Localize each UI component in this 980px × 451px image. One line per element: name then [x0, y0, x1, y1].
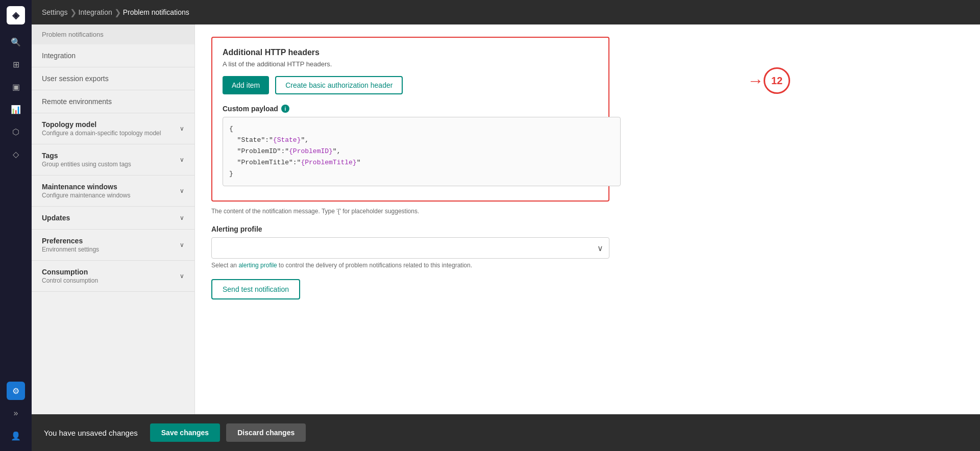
sidebar-group-tags-title: Tags	[42, 152, 131, 160]
create-auth-button[interactable]: Create basic authorization header	[275, 76, 403, 94]
breadcrumb: Settings ❯ Integration ❯ Problem notific…	[42, 8, 189, 17]
sidebar-group-tags-sub: Group entities using custom tags	[42, 161, 131, 168]
sidebar-top-item: Problem notifications	[32, 24, 194, 44]
alerting-profile-label: Alerting profile	[211, 225, 609, 233]
http-headers-card: Additional HTTP headers A list of the ad…	[211, 37, 609, 202]
sidebar-section-topology: Topology model Configure a domain-specif…	[32, 113, 194, 144]
content-row: Problem notifications Integration User s…	[32, 24, 980, 451]
sidebar-section-preferences: Preferences Environment settings ∨	[32, 230, 194, 261]
breadcrumb-settings[interactable]: Settings	[42, 8, 68, 16]
grid-icon[interactable]: ⊞	[7, 55, 25, 73]
topbar: Settings ❯ Integration ❯ Problem notific…	[32, 0, 980, 24]
add-item-button[interactable]: Add item	[223, 76, 269, 94]
annotation-number-circle: 12	[764, 67, 790, 94]
annotation-group: → 12	[747, 67, 790, 94]
user-avatar-icon[interactable]: 👤	[7, 427, 25, 445]
chevron-down-icon-consumption: ∨	[180, 272, 184, 280]
sidebar-section-consumption: Consumption Control consumption ∨	[32, 261, 194, 292]
http-card-desc: A list of the additional HTTP headers.	[223, 60, 598, 68]
sidebar: Problem notifications Integration User s…	[32, 24, 195, 451]
sidebar-item-integration[interactable]: Integration	[32, 44, 194, 67]
sidebar-group-maintenance-header[interactable]: Maintenance windows Configure maintenanc…	[32, 176, 194, 206]
alerting-profile-select[interactable]	[211, 237, 609, 259]
sidebar-group-consumption-sub: Control consumption	[42, 277, 98, 284]
sidebar-group-preferences-header[interactable]: Preferences Environment settings ∨	[32, 230, 194, 260]
app-logo[interactable]: ◈	[7, 6, 25, 24]
chevron-down-icon-tags: ∨	[180, 156, 184, 163]
sidebar-item-user-session-exports[interactable]: User session exports	[32, 67, 194, 90]
sidebar-section-maintenance: Maintenance windows Configure maintenanc…	[32, 176, 194, 207]
sidebar-group-consumption-header[interactable]: Consumption Control consumption ∨	[32, 261, 194, 291]
save-bar: You have unsaved changes Save changes Di…	[32, 414, 980, 451]
icon-rail: ◈ 🔍 ⊞ ▣ 📊 ⬡ ◇ ⚙ » 👤	[0, 0, 32, 451]
chart-icon[interactable]: 📊	[7, 100, 25, 118]
breadcrumb-sep-2: ❯	[114, 8, 121, 17]
save-changes-button[interactable]: Save changes	[150, 423, 220, 442]
custom-payload-label: Custom payload i	[223, 105, 598, 113]
chevron-down-icon: ∨	[180, 125, 184, 132]
main-area: Additional HTTP headers A list of the ad…	[195, 24, 980, 451]
sidebar-item-remote-environments[interactable]: Remote environments	[32, 90, 194, 113]
sidebar-group-topology-title: Topology model	[42, 120, 161, 129]
breadcrumb-sep-1: ❯	[70, 8, 77, 17]
send-test-notification-button[interactable]: Send test notification	[211, 279, 300, 299]
discard-changes-button[interactable]: Discard changes	[226, 423, 306, 442]
alerting-profile-link[interactable]: alerting profile	[238, 262, 277, 269]
sidebar-group-topology-header[interactable]: Topology model Configure a domain-specif…	[32, 113, 194, 144]
search-icon[interactable]: 🔍	[7, 33, 25, 51]
main-wrapper: Settings ❯ Integration ❯ Problem notific…	[32, 0, 980, 451]
alerting-profile-select-wrapper: ∨	[211, 237, 609, 259]
expand-icon[interactable]: »	[7, 404, 25, 422]
chevron-down-icon-preferences: ∨	[180, 241, 184, 248]
sidebar-group-consumption-title: Consumption	[42, 268, 98, 276]
alerting-profile-section: Alerting profile ∨ Select an alerting pr…	[211, 225, 609, 269]
custom-payload-section: Custom payload i { "State":"{State}", "P…	[223, 105, 598, 186]
sidebar-section-tags: Tags Group entities using custom tags ∨	[32, 144, 194, 176]
sidebar-group-preferences-sub: Environment settings	[42, 246, 99, 253]
chevron-down-icon-updates: ∨	[180, 214, 184, 221]
box-icon[interactable]: ▣	[7, 78, 25, 96]
sidebar-group-updates-header[interactable]: Updates ∨	[32, 207, 194, 229]
breadcrumb-integration[interactable]: Integration	[79, 8, 112, 16]
sidebar-group-preferences-title: Preferences	[42, 237, 99, 245]
sidebar-group-topology-sub: Configure a domain-specific topology mod…	[42, 130, 161, 137]
http-headers-section: Additional HTTP headers A list of the ad…	[211, 37, 964, 202]
settings-icon[interactable]: ⚙	[7, 382, 25, 400]
sidebar-group-updates-title: Updates	[42, 214, 70, 222]
payload-hint: The content of the notification message.…	[211, 208, 609, 215]
sidebar-section-remote-env: Remote environments	[32, 90, 194, 113]
chevron-down-icon-maintenance: ∨	[180, 187, 184, 194]
vscode-icon[interactable]: ◇	[7, 145, 25, 163]
save-bar-message: You have unsaved changes	[44, 429, 138, 437]
sidebar-section-user-exports: User session exports	[32, 67, 194, 90]
sidebar-section-integration: Integration	[32, 44, 194, 67]
sidebar-group-maintenance-title: Maintenance windows	[42, 183, 130, 191]
info-icon[interactable]: i	[281, 105, 289, 113]
alerting-profile-hint: Select an alerting profile to control th…	[211, 262, 609, 269]
http-card-title: Additional HTTP headers	[223, 48, 598, 57]
annotation-arrow: →	[747, 72, 764, 89]
cube-icon[interactable]: ⬡	[7, 122, 25, 141]
sidebar-group-tags-header[interactable]: Tags Group entities using custom tags ∨	[32, 144, 194, 175]
custom-payload-editor[interactable]: { "State":"{State}", "ProblemID":"{Probl…	[223, 117, 621, 186]
breadcrumb-problem-notifications: Problem notifications	[123, 8, 189, 16]
sidebar-group-maintenance-sub: Configure maintenance windows	[42, 192, 130, 199]
http-buttons: Add item Create basic authorization head…	[223, 76, 598, 94]
sidebar-section-updates: Updates ∨	[32, 207, 194, 230]
